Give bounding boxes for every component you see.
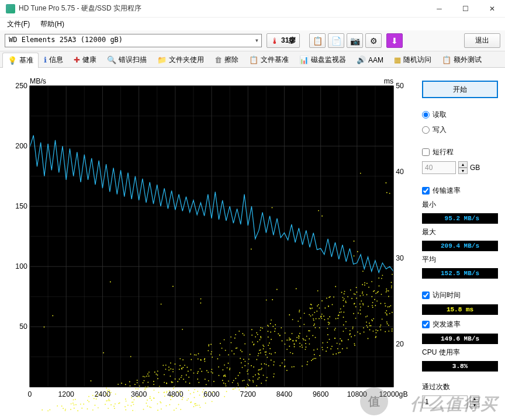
spin-down[interactable]: ▼ bbox=[458, 168, 468, 174]
tab-错误扫描[interactable]: 🔍错误扫描 bbox=[102, 52, 152, 67]
svg-text:6000: 6000 bbox=[203, 390, 220, 398]
svg-point-73 bbox=[372, 302, 373, 303]
tab-文件基准[interactable]: 📋文件基准 bbox=[244, 52, 294, 67]
svg-point-603 bbox=[252, 376, 254, 377]
start-button[interactable]: 开始 bbox=[422, 81, 498, 98]
svg-point-280 bbox=[211, 372, 212, 373]
tab-健康[interactable]: ✚健康 bbox=[68, 52, 102, 67]
svg-point-184 bbox=[253, 366, 254, 367]
svg-point-665 bbox=[224, 339, 225, 341]
copy-info-button[interactable]: 📋 bbox=[309, 33, 326, 48]
svg-point-294 bbox=[255, 336, 256, 338]
maximize-button[interactable]: ☐ bbox=[452, 0, 479, 18]
svg-point-122 bbox=[115, 404, 116, 405]
svg-point-934 bbox=[240, 358, 241, 359]
svg-point-348 bbox=[268, 365, 269, 366]
copy-screenshot-button[interactable]: 📄 bbox=[328, 33, 344, 48]
tab-文件夹使用[interactable]: 📁文件夹使用 bbox=[152, 52, 209, 67]
read-radio[interactable]: 读取 bbox=[422, 109, 498, 120]
svg-point-411 bbox=[180, 394, 181, 395]
svg-point-229 bbox=[194, 355, 195, 356]
svg-point-855 bbox=[260, 327, 261, 328]
svg-point-585 bbox=[233, 388, 234, 390]
svg-point-869 bbox=[284, 343, 285, 345]
svg-point-132 bbox=[169, 390, 170, 391]
burst-rate-check[interactable]: 突发速率 bbox=[422, 318, 498, 330]
svg-point-900 bbox=[334, 338, 335, 339]
passes-up[interactable]: ▲ bbox=[470, 395, 479, 402]
svg-point-78 bbox=[208, 344, 209, 345]
svg-point-215 bbox=[160, 402, 161, 404]
svg-point-146 bbox=[380, 329, 381, 331]
svg-point-858 bbox=[158, 392, 160, 393]
passes-down[interactable]: ▼ bbox=[470, 402, 479, 408]
tab-额外测试[interactable]: 📋额外测试 bbox=[437, 52, 487, 67]
svg-point-107 bbox=[133, 404, 134, 405]
svg-point-364 bbox=[232, 388, 233, 390]
menu-help[interactable]: 帮助(H) bbox=[36, 18, 69, 30]
drive-select[interactable]: WD Elements 25A3 (12000 gB) bbox=[5, 34, 262, 47]
svg-point-160 bbox=[362, 291, 363, 293]
temperature-button[interactable]: 🌡 31瘳 bbox=[267, 33, 300, 48]
svg-point-523 bbox=[193, 406, 194, 407]
svg-point-170 bbox=[229, 368, 230, 369]
svg-point-77 bbox=[259, 350, 260, 351]
burst-value: 149.6 MB/s bbox=[422, 334, 498, 344]
tab-磁盘监视器[interactable]: 📊磁盘监视器 bbox=[294, 52, 351, 67]
svg-point-168 bbox=[335, 318, 337, 320]
svg-point-577 bbox=[271, 320, 272, 321]
svg-point-467 bbox=[345, 321, 347, 322]
spin-up[interactable]: ▲ bbox=[458, 161, 468, 168]
svg-point-179 bbox=[150, 396, 151, 397]
svg-point-136 bbox=[96, 395, 97, 396]
save-button[interactable]: ⬇ bbox=[386, 33, 403, 48]
tab-AAM[interactable]: 🔊AAM bbox=[351, 52, 389, 67]
svg-point-162 bbox=[148, 376, 150, 377]
exit-button[interactable]: 退出 bbox=[464, 33, 500, 48]
screenshot-button[interactable]: 📷 bbox=[347, 33, 363, 48]
svg-point-589 bbox=[350, 330, 351, 331]
svg-point-874 bbox=[374, 299, 375, 300]
svg-point-772 bbox=[258, 355, 259, 356]
svg-point-424 bbox=[299, 333, 300, 334]
svg-point-933 bbox=[350, 334, 351, 335]
svg-point-512 bbox=[262, 328, 263, 329]
tab-擦除[interactable]: 🗑擦除 bbox=[209, 52, 244, 67]
svg-point-661 bbox=[269, 348, 271, 349]
short-stroke-check[interactable]: 短行程 bbox=[422, 146, 498, 158]
close-button[interactable]: ✕ bbox=[479, 0, 505, 18]
svg-point-246 bbox=[292, 341, 293, 342]
write-radio[interactable]: 写入 bbox=[422, 124, 498, 136]
svg-point-370 bbox=[286, 370, 288, 371]
svg-point-401 bbox=[184, 365, 185, 366]
svg-point-155 bbox=[182, 397, 184, 398]
svg-point-583 bbox=[157, 403, 158, 404]
svg-point-631 bbox=[354, 255, 355, 256]
svg-point-788 bbox=[125, 409, 126, 411]
tab-基准[interactable]: 💡基准 bbox=[2, 53, 39, 68]
svg-point-546 bbox=[181, 368, 182, 369]
tab-信息[interactable]: ℹ信息 bbox=[39, 52, 68, 67]
minimize-button[interactable]: ─ bbox=[426, 0, 452, 18]
svg-point-416 bbox=[389, 306, 390, 307]
options-button[interactable]: ⚙ bbox=[365, 33, 382, 48]
svg-point-274 bbox=[332, 304, 333, 305]
svg-point-505 bbox=[228, 380, 229, 381]
svg-point-573 bbox=[322, 349, 323, 350]
svg-point-123 bbox=[147, 405, 148, 407]
svg-point-709 bbox=[328, 324, 330, 325]
svg-point-301 bbox=[154, 372, 155, 373]
svg-point-135 bbox=[388, 296, 389, 297]
short-stroke-input: ▲▼ GB bbox=[422, 161, 498, 174]
svg-point-508 bbox=[317, 349, 318, 350]
svg-point-778 bbox=[331, 346, 333, 347]
access-time-check[interactable]: 访问时间 bbox=[422, 289, 498, 301]
transfer-rate-check[interactable]: 传输速率 bbox=[422, 185, 498, 196]
menu-file[interactable]: 文件(F) bbox=[2, 18, 34, 30]
svg-point-192 bbox=[186, 400, 188, 401]
svg-point-814 bbox=[188, 390, 189, 391]
passes-field[interactable] bbox=[422, 395, 468, 408]
svg-point-824 bbox=[366, 294, 368, 296]
tab-随机访问[interactable]: ▦随机访问 bbox=[389, 52, 437, 67]
svg-point-300 bbox=[366, 315, 368, 317]
